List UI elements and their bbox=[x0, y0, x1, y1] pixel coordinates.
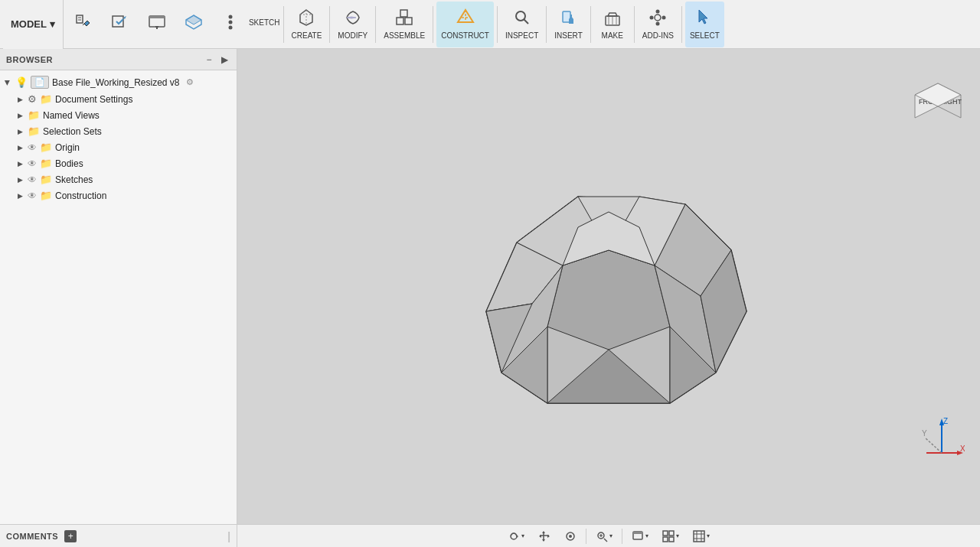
divider-3 bbox=[375, 6, 376, 43]
toolbar-sketch-display[interactable] bbox=[139, 2, 175, 47]
svg-marker-70 bbox=[542, 539, 545, 542]
tree-item-document-settings[interactable]: ▶ ⚙ 📁 Document Settings bbox=[0, 91, 237, 107]
inspect-icon bbox=[513, 8, 531, 30]
assemble-icon bbox=[395, 8, 413, 30]
model-dropdown[interactable]: MODEL ▾ bbox=[3, 0, 64, 49]
svg-point-11 bbox=[228, 15, 232, 18]
browser-collapse-btn[interactable]: − bbox=[203, 54, 215, 66]
toolbar-sketch-more[interactable] bbox=[212, 2, 249, 47]
svg-rect-80 bbox=[633, 532, 642, 534]
grid-settings2-tool[interactable]: ▾ bbox=[688, 529, 714, 544]
display-settings-icon bbox=[632, 530, 644, 542]
add-comment-icon: + bbox=[68, 531, 74, 542]
svg-line-65 bbox=[925, 438, 942, 453]
svg-text:X: X bbox=[960, 444, 965, 453]
grid-settings-icon bbox=[662, 530, 675, 542]
named-views-arrow: ▶ bbox=[15, 111, 24, 120]
toolbar-finish-sketch[interactable] bbox=[102, 2, 139, 47]
sketch-group: SKETCH bbox=[65, 2, 280, 47]
doc-settings-folder-icon: 📁 bbox=[40, 93, 52, 105]
tree-item-sketches[interactable]: ▶ 👁 📁 Sketches bbox=[0, 171, 237, 187]
sketches-arrow: ▶ bbox=[15, 175, 24, 184]
tree-item-named-views[interactable]: ▶ 📁 Named Views bbox=[0, 107, 237, 123]
sketch-more-icon bbox=[221, 13, 240, 34]
toolbar-3d-sketch[interactable] bbox=[175, 2, 212, 47]
main-area: BROWSER − ▶ ▶ 💡 📄 Base File_Working_Resi… bbox=[0, 49, 980, 524]
toolbar-modify[interactable]: MODIFY bbox=[333, 2, 372, 47]
construct-group: CONSTRUCT bbox=[436, 2, 494, 47]
model-label: MODEL bbox=[11, 18, 47, 30]
model-chevron: ▾ bbox=[50, 18, 55, 30]
pan-tool[interactable] bbox=[534, 529, 555, 544]
root-file-label: Base File_Working_Resized v8 bbox=[52, 77, 180, 88]
insert-icon bbox=[560, 8, 578, 30]
origin-arrow: ▶ bbox=[15, 143, 24, 152]
sketches-label: Sketches bbox=[55, 174, 93, 185]
addins-group: ADD-INS bbox=[638, 2, 678, 47]
named-views-label: Named Views bbox=[43, 110, 100, 121]
look-tool[interactable] bbox=[560, 529, 581, 544]
construct-icon bbox=[456, 8, 475, 30]
divider-5 bbox=[497, 6, 498, 43]
statusbar: COMMENTS + | ▾ bbox=[0, 524, 980, 547]
svg-marker-26 bbox=[569, 19, 573, 24]
toolbar-assemble[interactable]: ASSEMBLE bbox=[379, 2, 430, 47]
3d-viewport[interactable]: FRONT RIGHT Z X Y bbox=[237, 49, 980, 524]
svg-marker-10 bbox=[186, 15, 201, 24]
browser-title: BROWSER bbox=[6, 55, 53, 64]
comments-panel: COMMENTS + | bbox=[0, 525, 237, 547]
svg-rect-82 bbox=[669, 531, 674, 536]
toolbar-construct[interactable]: CONSTRUCT bbox=[436, 2, 494, 47]
grid-settings2-icon bbox=[693, 530, 705, 542]
insert-group: INSERT bbox=[550, 2, 587, 47]
tree-root-item[interactable]: ▶ 💡 📄 Base File_Working_Resized v8 ⚙ bbox=[0, 73, 237, 91]
grid-settings-tool[interactable]: ▾ bbox=[658, 529, 684, 544]
toolbar-select[interactable]: SELECT bbox=[685, 2, 724, 47]
toolbar-make[interactable]: MAKE bbox=[594, 2, 631, 47]
orbit-tool[interactable]: ▾ bbox=[503, 529, 529, 544]
divider-8 bbox=[634, 6, 635, 43]
orbit-arrow-icon: ▾ bbox=[521, 532, 524, 539]
grid-arrow-icon: ▾ bbox=[676, 532, 679, 539]
svg-rect-6 bbox=[149, 16, 165, 18]
doc-settings-gear-icon: ⚙ bbox=[28, 93, 37, 105]
toolbar-sketch-pencil[interactable] bbox=[65, 2, 102, 47]
toolbar-addins[interactable]: ADD-INS bbox=[638, 2, 678, 47]
svg-point-35 bbox=[656, 22, 660, 26]
toolbar-inspect[interactable]: INSPECT bbox=[501, 2, 543, 47]
construction-eye-icon: 👁 bbox=[28, 190, 37, 201]
make-icon bbox=[603, 8, 622, 30]
comments-label: COMMENTS bbox=[6, 532, 58, 541]
insert-label: INSERT bbox=[554, 31, 583, 40]
svg-point-33 bbox=[655, 15, 661, 21]
tree-item-construction[interactable]: ▶ 👁 📁 Construction bbox=[0, 187, 237, 203]
tree-item-bodies[interactable]: ▶ 👁 📁 Bodies bbox=[0, 155, 237, 171]
tree-item-selection-sets[interactable]: ▶ 📁 Selection Sets bbox=[0, 123, 237, 139]
svg-point-34 bbox=[656, 10, 660, 14]
browser-controls: − ▶ bbox=[203, 54, 230, 66]
zoom-fit-tool[interactable]: ▾ bbox=[591, 529, 617, 544]
select-icon bbox=[695, 8, 714, 30]
browser-more-btn[interactable]: ▶ bbox=[218, 54, 230, 66]
view-cube[interactable]: FRONT RIGHT bbox=[903, 64, 972, 125]
divider-9 bbox=[681, 6, 682, 43]
assemble-group: ASSEMBLE bbox=[379, 2, 430, 47]
3d-sketch-icon bbox=[185, 13, 203, 34]
bodies-folder-icon: 📁 bbox=[40, 158, 52, 169]
addins-label: ADD-INS bbox=[642, 31, 674, 40]
root-expand-arrow: ▶ bbox=[3, 78, 12, 87]
create-icon bbox=[297, 8, 315, 30]
toolbar-insert[interactable]: INSERT bbox=[550, 2, 587, 47]
tree-item-origin[interactable]: ▶ 👁 📁 Origin bbox=[0, 139, 237, 155]
assemble-label: ASSEMBLE bbox=[384, 31, 425, 40]
add-comment-button[interactable]: + bbox=[64, 530, 77, 542]
bottom-divider-2 bbox=[622, 529, 622, 544]
toolbar-create[interactable]: CREATE bbox=[287, 2, 327, 47]
svg-rect-81 bbox=[663, 531, 668, 536]
svg-marker-38 bbox=[699, 10, 707, 24]
inspect-group: INSPECT bbox=[501, 2, 543, 47]
divider-6 bbox=[546, 6, 547, 43]
display-settings-tool[interactable]: ▾ bbox=[627, 529, 653, 544]
pan-icon bbox=[538, 530, 550, 542]
svg-point-37 bbox=[662, 16, 666, 20]
